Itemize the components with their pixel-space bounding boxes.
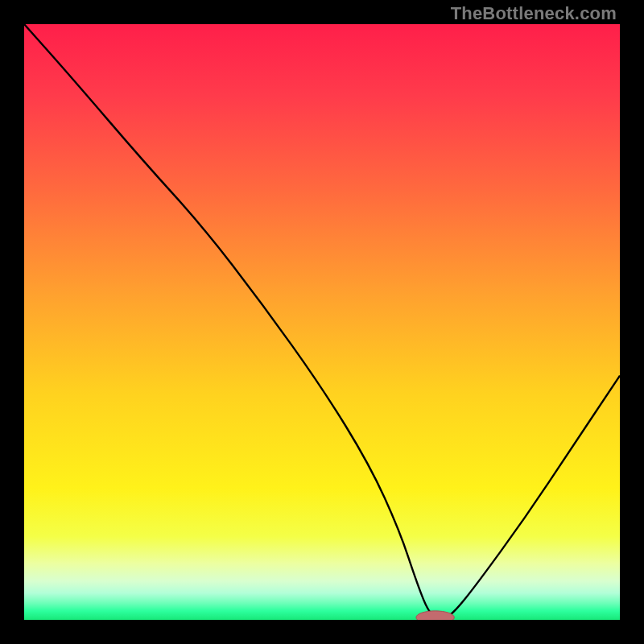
chart-svg <box>24 24 620 620</box>
gradient-background <box>24 24 620 620</box>
watermark-text: TheBottleneck.com <box>451 3 617 24</box>
chart-frame: TheBottleneck.com <box>0 0 644 644</box>
plot-area <box>24 24 620 620</box>
